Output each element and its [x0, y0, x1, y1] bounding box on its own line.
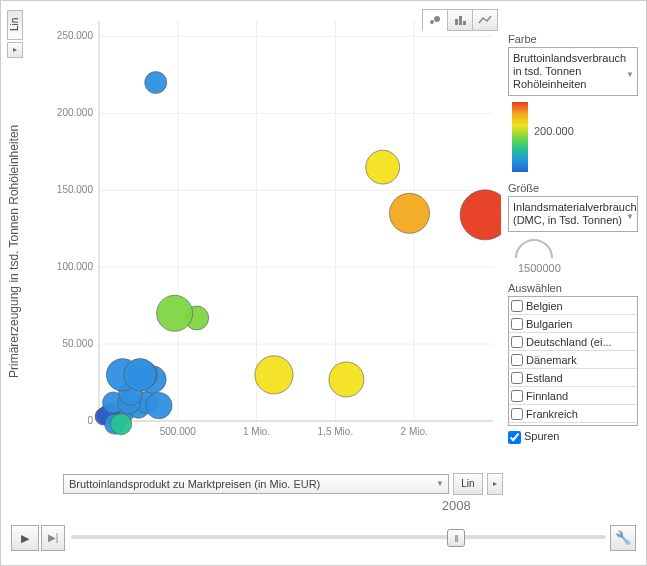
- list-item[interactable]: Deutschland (ei...: [509, 333, 637, 351]
- color-legend-value: 200.000: [534, 125, 574, 137]
- color-heading: Farbe: [508, 33, 638, 45]
- x-axis-dropdown[interactable]: Bruttoinlandsprodukt zu Marktpreisen (in…: [63, 474, 449, 494]
- speed-button[interactable]: ▶|: [41, 525, 65, 551]
- trace-checkbox[interactable]: [508, 431, 521, 444]
- country-label: Belgien: [526, 300, 563, 312]
- time-thumb[interactable]: |||: [447, 529, 465, 547]
- list-item[interactable]: Estland: [509, 369, 637, 387]
- svg-point-22: [430, 20, 434, 24]
- list-item[interactable]: Belgien: [509, 297, 637, 315]
- list-item[interactable]: Bulgarien: [509, 315, 637, 333]
- country-label: Deutschland (ei...: [526, 336, 612, 348]
- country-label: Finnland: [526, 390, 568, 402]
- x-axis-dropdown-value: Bruttoinlandsprodukt zu Marktpreisen (in…: [69, 478, 320, 490]
- list-item[interactable]: Frankreich: [509, 405, 637, 423]
- country-list[interactable]: BelgienBulgarienDeutschland (ei...Dänema…: [508, 296, 638, 426]
- country-checkbox[interactable]: [511, 318, 523, 330]
- svg-rect-26: [463, 21, 466, 25]
- select-heading: Auswählen: [508, 282, 638, 294]
- svg-text:1,5 Mio.: 1,5 Mio.: [318, 426, 354, 437]
- chevron-down-icon: ▼: [626, 68, 634, 81]
- country-checkbox[interactable]: [511, 336, 523, 348]
- motion-chart-frame: Lin ▸ Primärerzeugung in tsd. Tonnen Roh…: [0, 0, 647, 566]
- color-dropdown-value: Bruttoinlandsverbrauch in tsd. Tonnen Ro…: [513, 52, 626, 90]
- country-label: Dänemark: [526, 354, 577, 366]
- country-checkbox[interactable]: [511, 408, 523, 420]
- color-dropdown[interactable]: Bruttoinlandsverbrauch in tsd. Tonnen Ro…: [508, 47, 638, 96]
- data-point[interactable]: [110, 413, 131, 434]
- y-collapse-toggle[interactable]: ▸: [7, 42, 23, 58]
- data-point[interactable]: [329, 362, 364, 397]
- y-scale-lin-tab[interactable]: Lin: [7, 10, 23, 40]
- trace-label: Spuren: [524, 430, 559, 442]
- time-track[interactable]: 2008 |||: [71, 535, 606, 539]
- scatter-plot[interactable]: 050.000100.000150.000200.000250.000500.0…: [31, 11, 501, 451]
- data-point[interactable]: [146, 392, 172, 418]
- data-point[interactable]: [124, 359, 157, 392]
- list-item[interactable]: Dänemark: [509, 351, 637, 369]
- size-dropdown[interactable]: Inlandsmaterialverbrauch (DMC, in Tsd. T…: [508, 196, 638, 232]
- svg-text:1 Mio.: 1 Mio.: [243, 426, 270, 437]
- svg-text:150.000: 150.000: [57, 184, 94, 195]
- svg-text:50.000: 50.000: [62, 338, 93, 349]
- svg-rect-24: [455, 19, 458, 25]
- svg-rect-25: [459, 16, 462, 25]
- chevron-down-icon: ▼: [436, 479, 444, 488]
- country-label: Bulgarien: [526, 318, 572, 330]
- svg-text:200.000: 200.000: [57, 107, 94, 118]
- country-checkbox[interactable]: [511, 372, 523, 384]
- data-point[interactable]: [255, 356, 293, 394]
- trace-checkbox-row[interactable]: Spuren: [508, 430, 638, 444]
- x-collapse-toggle[interactable]: ▸: [487, 473, 503, 495]
- svg-text:0: 0: [87, 415, 93, 426]
- data-point[interactable]: [389, 193, 429, 233]
- color-legend-gradient: [512, 102, 528, 172]
- size-dropdown-value: Inlandsmaterialverbrauch (DMC, in Tsd. T…: [513, 201, 637, 226]
- play-button[interactable]: ▶: [11, 525, 39, 551]
- y-axis-label: Primärerzeugung in tsd. Tonnen Rohöleinh…: [7, 61, 21, 441]
- country-checkbox[interactable]: [511, 300, 523, 312]
- time-slider-bar: ▶ ▶| 2008 ||| 🔧: [11, 513, 636, 553]
- size-legend-arc: [512, 238, 556, 260]
- svg-text:250.000: 250.000: [57, 30, 94, 41]
- wrench-icon: 🔧: [615, 530, 631, 545]
- svg-text:500.000: 500.000: [160, 426, 197, 437]
- data-point[interactable]: [145, 72, 167, 94]
- country-label: Estland: [526, 372, 563, 384]
- country-checkbox[interactable]: [511, 390, 523, 402]
- data-point[interactable]: [460, 190, 501, 240]
- size-legend-value: 1500000: [518, 262, 638, 274]
- tab-bar[interactable]: [447, 9, 473, 31]
- svg-text:100.000: 100.000: [57, 261, 94, 272]
- year-label: 2008: [442, 498, 471, 513]
- tab-line[interactable]: [472, 9, 498, 31]
- tab-bubble[interactable]: [422, 9, 448, 31]
- side-panel: Farbe Bruttoinlandsverbrauch in tsd. Ton…: [508, 33, 638, 444]
- size-heading: Größe: [508, 182, 638, 194]
- chart-type-tabs: [423, 9, 498, 31]
- data-point[interactable]: [157, 295, 193, 331]
- chevron-down-icon: ▼: [626, 210, 634, 223]
- svg-text:2 Mio.: 2 Mio.: [401, 426, 428, 437]
- list-item[interactable]: Finnland: [509, 387, 637, 405]
- settings-button[interactable]: 🔧: [610, 525, 636, 551]
- country-checkbox[interactable]: [511, 354, 523, 366]
- country-label: Frankreich: [526, 408, 578, 420]
- data-point[interactable]: [366, 150, 400, 184]
- x-scale-lin-tab[interactable]: Lin: [453, 473, 483, 495]
- svg-point-23: [434, 16, 440, 22]
